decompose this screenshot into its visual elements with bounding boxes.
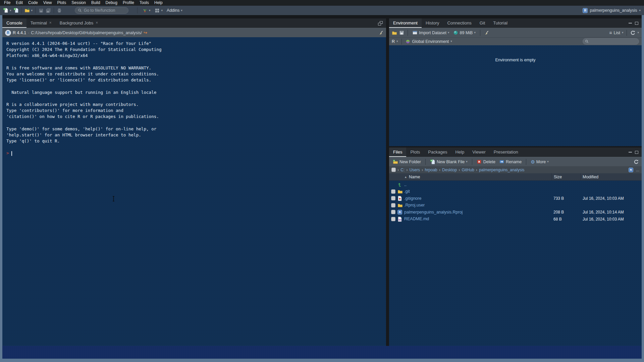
menu-tools[interactable]: Tools	[137, 0, 152, 6]
menu-build[interactable]: Build	[89, 0, 103, 6]
breadcrumb-github[interactable]: GitHub	[462, 168, 474, 172]
clear-console-button[interactable]	[378, 30, 383, 36]
file-name[interactable]: .Rproj.user	[404, 203, 425, 207]
tab-terminal[interactable]: Terminal×	[26, 18, 56, 28]
rproject-file-icon: R	[397, 209, 403, 215]
tab-connections[interactable]: Connections	[443, 18, 475, 28]
menu-profile[interactable]: Profile	[120, 0, 137, 6]
memory-usage-button[interactable]: 89 MiB ▾	[452, 29, 477, 37]
breadcrumb-more-button[interactable]: ...	[636, 168, 639, 172]
pane-layout-button[interactable]: ▾	[154, 6, 164, 14]
file-name[interactable]: ..	[404, 182, 407, 187]
addins-button[interactable]: Addins ▾	[166, 6, 183, 14]
tab-environment[interactable]: Environment	[389, 18, 422, 28]
file-name[interactable]: .gitignore	[404, 196, 421, 201]
refresh-files-button[interactable]	[634, 159, 639, 165]
sort-ascending-icon[interactable]: ▲	[404, 175, 407, 179]
list-view-label[interactable]: List	[613, 31, 620, 35]
minimize-panel-icon[interactable]	[629, 152, 632, 153]
file-checkbox[interactable]	[391, 203, 395, 207]
file-row-gitignore[interactable]: .gitignore 733 B Jul 16, 2024, 10:03 AM	[389, 195, 642, 202]
menu-code[interactable]: Code	[25, 0, 41, 6]
menu-help[interactable]: Help	[152, 0, 165, 6]
addins-cluster: ▾ ▾ Addins ▾	[136, 6, 183, 15]
close-icon[interactable]: ×	[49, 20, 52, 25]
file-name[interactable]: palmerpenguins_analysis.Rproj	[404, 210, 463, 215]
select-all-checkbox[interactable]	[391, 168, 396, 172]
menu-debug[interactable]: Debug	[103, 0, 120, 6]
tab-presentation[interactable]: Presentation	[490, 147, 522, 157]
project-menu-button[interactable]: R palmerpenguins_analysis ▾	[583, 6, 641, 15]
tab-packages[interactable]: Packages	[424, 147, 451, 157]
column-header-name[interactable]: Name	[409, 175, 420, 179]
console-output[interactable]: R version 4.4.1 (2024-06-14 ucrt) -- "Ra…	[2, 37, 386, 346]
close-icon[interactable]: ×	[96, 20, 98, 25]
tab-history[interactable]: History	[422, 18, 443, 28]
working-directory-path[interactable]: C:/Users/hrpoab/Desktop/GitHub/palmerpen…	[31, 31, 142, 35]
menu-file[interactable]: File	[1, 0, 13, 6]
language-selector[interactable]: R	[392, 39, 395, 44]
compile-report-button[interactable]: ▾	[141, 6, 152, 14]
menu-edit[interactable]: Edit	[13, 0, 25, 6]
toolbar-separator	[425, 159, 426, 165]
open-file-button[interactable]: ▾	[23, 6, 34, 14]
window-frame-right	[642, 15, 644, 362]
clear-environment-button[interactable]	[484, 30, 489, 36]
file-row-readme[interactable]: MD README.md 68 B Jul 16, 2024, 10:03 AM	[389, 216, 642, 223]
new-project-button[interactable]	[12, 6, 20, 14]
maximize-panel-icon[interactable]	[635, 151, 638, 154]
tab-tutorial[interactable]: Tutorial	[489, 18, 512, 28]
more-file-commands-button[interactable]: ⚙ More ▾	[530, 158, 550, 166]
save-button[interactable]	[37, 6, 45, 14]
tab-plots[interactable]: Plots	[406, 147, 424, 157]
minimize-panel-icon[interactable]	[629, 23, 632, 23]
new-blank-file-button[interactable]: New Blank File ▾	[429, 158, 469, 166]
file-size: 733 B	[553, 196, 564, 201]
menu-session[interactable]: Session	[69, 0, 89, 6]
file-row-rproj-user[interactable]: .Rproj.user	[389, 202, 642, 209]
tab-console[interactable]: Console	[2, 18, 26, 28]
file-checkbox[interactable]	[391, 217, 395, 221]
file-checkbox[interactable]	[391, 196, 395, 200]
scope-selector[interactable]: Global Environment	[412, 39, 449, 44]
environment-search-input[interactable]	[583, 38, 639, 45]
toolbar-separator	[408, 30, 408, 36]
tab-help[interactable]: Help	[451, 147, 468, 157]
tab-git[interactable]: Git	[476, 18, 489, 28]
import-dataset-button[interactable]: Import Dataset ▾	[411, 29, 450, 37]
breadcrumb-users[interactable]: Users	[410, 168, 420, 172]
toolbar-separator	[480, 30, 480, 36]
file-row-parent[interactable]: ..	[389, 181, 642, 188]
breadcrumb-drive[interactable]: C:	[400, 168, 405, 172]
save-all-button[interactable]	[45, 6, 52, 14]
restore-panel-icon[interactable]	[378, 21, 383, 25]
refresh-environment-button[interactable]	[630, 30, 636, 36]
menu-plots[interactable]: Plots	[55, 0, 69, 6]
file-name[interactable]: README.md	[404, 217, 429, 221]
breadcrumb-project-dir[interactable]: palmerpenguins_analysis	[479, 168, 524, 172]
save-workspace-button[interactable]	[399, 30, 404, 36]
file-checkbox[interactable]	[391, 189, 395, 194]
print-button[interactable]	[56, 6, 63, 14]
load-workspace-button[interactable]	[392, 30, 397, 36]
breadcrumb-hrpoab[interactable]: hrpoab	[425, 168, 437, 172]
tab-files[interactable]: Files	[389, 147, 406, 157]
delete-file-button[interactable]: Delete	[476, 158, 496, 166]
column-header-size[interactable]: Size	[554, 175, 562, 179]
maximize-panel-icon[interactable]	[635, 22, 638, 25]
file-row-rproj[interactable]: R palmerpenguins_analysis.Rproj 208 B Ju…	[389, 209, 642, 216]
open-directory-icon[interactable]: ↪	[144, 31, 147, 35]
tab-background-jobs[interactable]: Background Jobs×	[56, 18, 102, 28]
file-row-git[interactable]: .git	[389, 188, 642, 195]
new-folder-button[interactable]: New Folder	[392, 158, 422, 166]
file-checkbox[interactable]	[391, 210, 395, 214]
new-file-button[interactable]: ▾	[2, 6, 12, 14]
column-header-modified[interactable]: Modified	[583, 175, 598, 179]
file-name[interactable]: .git	[404, 189, 410, 194]
breadcrumb-desktop[interactable]: Desktop	[442, 168, 457, 172]
tab-viewer[interactable]: Viewer	[468, 147, 490, 157]
console-prompt-line[interactable]: >	[6, 150, 386, 156]
rename-file-button[interactable]: Rename	[498, 158, 523, 166]
menu-view[interactable]: View	[41, 0, 55, 6]
goto-file-input[interactable]: Go to file/function	[75, 7, 128, 14]
